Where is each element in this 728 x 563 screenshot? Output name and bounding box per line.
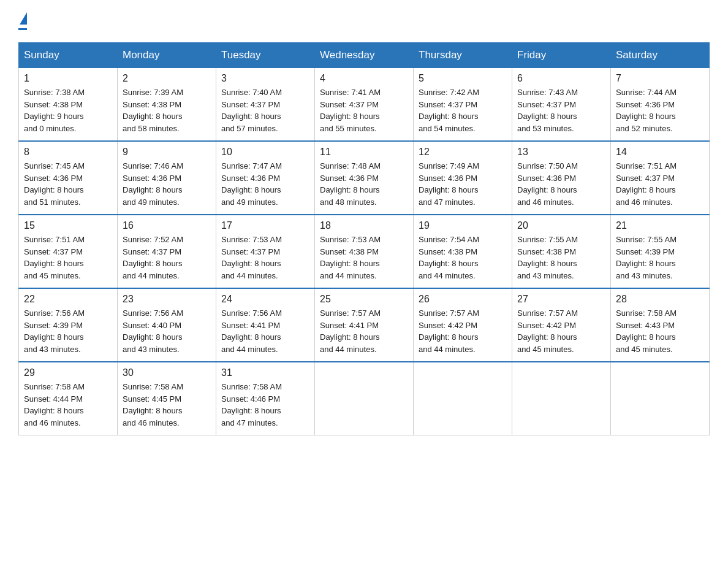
day-info: Sunrise: 7:56 AMSunset: 4:40 PMDaylight:… bbox=[123, 307, 211, 355]
day-number: 16 bbox=[123, 220, 211, 231]
col-header-saturday: Saturday bbox=[611, 43, 710, 68]
calendar-cell: 12 Sunrise: 7:49 AMSunset: 4:36 PMDaylig… bbox=[414, 141, 512, 215]
day-number: 26 bbox=[419, 294, 507, 305]
day-number: 4 bbox=[320, 73, 408, 84]
calendar-cell: 11 Sunrise: 7:48 AMSunset: 4:36 PMDaylig… bbox=[315, 141, 414, 215]
calendar-cell: 1 Sunrise: 7:38 AMSunset: 4:38 PMDayligh… bbox=[19, 68, 118, 142]
day-info: Sunrise: 7:56 AMSunset: 4:41 PMDaylight:… bbox=[221, 307, 309, 355]
calendar-cell bbox=[611, 362, 710, 435]
day-info: Sunrise: 7:46 AMSunset: 4:36 PMDaylight:… bbox=[123, 160, 211, 208]
calendar-cell: 9 Sunrise: 7:46 AMSunset: 4:36 PMDayligh… bbox=[118, 141, 216, 215]
day-info: Sunrise: 7:48 AMSunset: 4:36 PMDaylight:… bbox=[320, 160, 408, 208]
day-number: 7 bbox=[616, 73, 704, 84]
calendar-table: SundayMondayTuesdayWednesdayThursdayFrid… bbox=[18, 42, 710, 435]
day-info: Sunrise: 7:44 AMSunset: 4:36 PMDaylight:… bbox=[616, 86, 704, 134]
day-info: Sunrise: 7:51 AMSunset: 4:37 PMDaylight:… bbox=[24, 234, 112, 282]
day-number: 6 bbox=[517, 73, 605, 84]
day-info: Sunrise: 7:58 AMSunset: 4:46 PMDaylight:… bbox=[221, 381, 309, 429]
calendar-cell bbox=[414, 362, 512, 435]
calendar-cell: 27 Sunrise: 7:57 AMSunset: 4:42 PMDaylig… bbox=[512, 288, 611, 362]
day-info: Sunrise: 7:53 AMSunset: 4:37 PMDaylight:… bbox=[221, 234, 309, 282]
page-header bbox=[18, 12, 710, 30]
day-number: 23 bbox=[123, 294, 211, 305]
day-number: 27 bbox=[517, 294, 605, 305]
day-info: Sunrise: 7:41 AMSunset: 4:37 PMDaylight:… bbox=[320, 86, 408, 134]
col-header-wednesday: Wednesday bbox=[315, 43, 414, 68]
day-number: 13 bbox=[517, 147, 605, 158]
day-number: 22 bbox=[24, 294, 112, 305]
day-info: Sunrise: 7:43 AMSunset: 4:37 PMDaylight:… bbox=[517, 86, 605, 134]
day-number: 28 bbox=[616, 294, 704, 305]
calendar-week-3: 15 Sunrise: 7:51 AMSunset: 4:37 PMDaylig… bbox=[19, 215, 710, 288]
calendar-cell: 8 Sunrise: 7:45 AMSunset: 4:36 PMDayligh… bbox=[19, 141, 118, 215]
day-info: Sunrise: 7:42 AMSunset: 4:37 PMDaylight:… bbox=[419, 86, 507, 134]
day-info: Sunrise: 7:39 AMSunset: 4:38 PMDaylight:… bbox=[123, 86, 211, 134]
day-info: Sunrise: 7:56 AMSunset: 4:39 PMDaylight:… bbox=[24, 307, 112, 355]
day-number: 9 bbox=[123, 147, 211, 158]
day-info: Sunrise: 7:49 AMSunset: 4:36 PMDaylight:… bbox=[419, 160, 507, 208]
calendar-cell: 15 Sunrise: 7:51 AMSunset: 4:37 PMDaylig… bbox=[19, 215, 118, 288]
calendar-cell: 26 Sunrise: 7:57 AMSunset: 4:42 PMDaylig… bbox=[414, 288, 512, 362]
day-number: 8 bbox=[24, 147, 112, 158]
calendar-cell: 10 Sunrise: 7:47 AMSunset: 4:36 PMDaylig… bbox=[216, 141, 315, 215]
day-number: 3 bbox=[221, 73, 309, 84]
calendar-cell: 4 Sunrise: 7:41 AMSunset: 4:37 PMDayligh… bbox=[315, 68, 414, 142]
logo-triangle-icon bbox=[20, 12, 27, 25]
day-number: 1 bbox=[24, 73, 112, 84]
col-header-friday: Friday bbox=[512, 43, 611, 68]
calendar-cell: 25 Sunrise: 7:57 AMSunset: 4:41 PMDaylig… bbox=[315, 288, 414, 362]
day-info: Sunrise: 7:58 AMSunset: 4:45 PMDaylight:… bbox=[123, 381, 211, 429]
day-info: Sunrise: 7:40 AMSunset: 4:37 PMDaylight:… bbox=[221, 86, 309, 134]
day-number: 24 bbox=[221, 294, 309, 305]
logo-underline bbox=[18, 28, 27, 30]
calendar-cell: 7 Sunrise: 7:44 AMSunset: 4:36 PMDayligh… bbox=[611, 68, 710, 142]
day-info: Sunrise: 7:55 AMSunset: 4:38 PMDaylight:… bbox=[517, 234, 605, 282]
calendar-cell: 24 Sunrise: 7:56 AMSunset: 4:41 PMDaylig… bbox=[216, 288, 315, 362]
day-number: 15 bbox=[24, 220, 112, 231]
calendar-cell: 6 Sunrise: 7:43 AMSunset: 4:37 PMDayligh… bbox=[512, 68, 611, 142]
calendar-week-5: 29 Sunrise: 7:58 AMSunset: 4:44 PMDaylig… bbox=[19, 362, 710, 435]
day-number: 12 bbox=[419, 147, 507, 158]
day-info: Sunrise: 7:50 AMSunset: 4:36 PMDaylight:… bbox=[517, 160, 605, 208]
col-header-monday: Monday bbox=[118, 43, 216, 68]
calendar-cell: 18 Sunrise: 7:53 AMSunset: 4:38 PMDaylig… bbox=[315, 215, 414, 288]
calendar-cell: 16 Sunrise: 7:52 AMSunset: 4:37 PMDaylig… bbox=[118, 215, 216, 288]
calendar-cell: 30 Sunrise: 7:58 AMSunset: 4:45 PMDaylig… bbox=[118, 362, 216, 435]
day-number: 29 bbox=[24, 367, 112, 378]
day-info: Sunrise: 7:57 AMSunset: 4:42 PMDaylight:… bbox=[419, 307, 507, 355]
calendar-cell: 31 Sunrise: 7:58 AMSunset: 4:46 PMDaylig… bbox=[216, 362, 315, 435]
day-number: 19 bbox=[419, 220, 507, 231]
day-info: Sunrise: 7:58 AMSunset: 4:44 PMDaylight:… bbox=[24, 381, 112, 429]
logo bbox=[18, 12, 27, 30]
day-number: 31 bbox=[221, 367, 309, 378]
calendar-cell: 23 Sunrise: 7:56 AMSunset: 4:40 PMDaylig… bbox=[118, 288, 216, 362]
day-info: Sunrise: 7:57 AMSunset: 4:42 PMDaylight:… bbox=[517, 307, 605, 355]
calendar-cell: 19 Sunrise: 7:54 AMSunset: 4:38 PMDaylig… bbox=[414, 215, 512, 288]
calendar-cell: 20 Sunrise: 7:55 AMSunset: 4:38 PMDaylig… bbox=[512, 215, 611, 288]
day-number: 20 bbox=[517, 220, 605, 231]
calendar-week-1: 1 Sunrise: 7:38 AMSunset: 4:38 PMDayligh… bbox=[19, 68, 710, 142]
col-header-thursday: Thursday bbox=[414, 43, 512, 68]
day-number: 30 bbox=[123, 367, 211, 378]
logo-blue-part bbox=[18, 12, 27, 27]
day-number: 21 bbox=[616, 220, 704, 231]
col-header-sunday: Sunday bbox=[19, 43, 118, 68]
day-info: Sunrise: 7:45 AMSunset: 4:36 PMDaylight:… bbox=[24, 160, 112, 208]
day-info: Sunrise: 7:47 AMSunset: 4:36 PMDaylight:… bbox=[221, 160, 309, 208]
calendar-cell: 17 Sunrise: 7:53 AMSunset: 4:37 PMDaylig… bbox=[216, 215, 315, 288]
calendar-cell: 21 Sunrise: 7:55 AMSunset: 4:39 PMDaylig… bbox=[611, 215, 710, 288]
col-header-tuesday: Tuesday bbox=[216, 43, 315, 68]
calendar-cell: 22 Sunrise: 7:56 AMSunset: 4:39 PMDaylig… bbox=[19, 288, 118, 362]
calendar-cell: 2 Sunrise: 7:39 AMSunset: 4:38 PMDayligh… bbox=[118, 68, 216, 142]
day-info: Sunrise: 7:53 AMSunset: 4:38 PMDaylight:… bbox=[320, 234, 408, 282]
day-number: 11 bbox=[320, 147, 408, 158]
day-info: Sunrise: 7:51 AMSunset: 4:37 PMDaylight:… bbox=[616, 160, 704, 208]
day-info: Sunrise: 7:38 AMSunset: 4:38 PMDaylight:… bbox=[24, 86, 112, 134]
day-info: Sunrise: 7:55 AMSunset: 4:39 PMDaylight:… bbox=[616, 234, 704, 282]
calendar-cell: 13 Sunrise: 7:50 AMSunset: 4:36 PMDaylig… bbox=[512, 141, 611, 215]
calendar-cell: 5 Sunrise: 7:42 AMSunset: 4:37 PMDayligh… bbox=[414, 68, 512, 142]
calendar-cell: 29 Sunrise: 7:58 AMSunset: 4:44 PMDaylig… bbox=[19, 362, 118, 435]
day-number: 10 bbox=[221, 147, 309, 158]
day-info: Sunrise: 7:54 AMSunset: 4:38 PMDaylight:… bbox=[419, 234, 507, 282]
day-info: Sunrise: 7:58 AMSunset: 4:43 PMDaylight:… bbox=[616, 307, 704, 355]
